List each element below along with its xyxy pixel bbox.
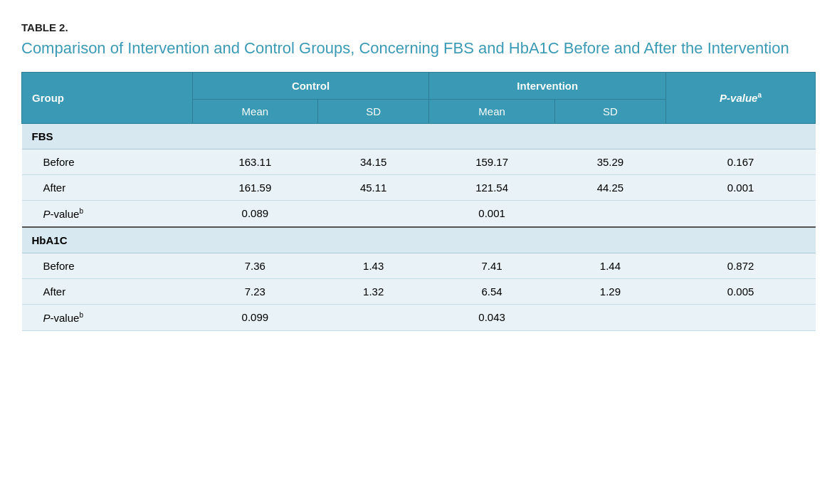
intervention-sd-header: SD [554, 99, 665, 123]
data-table: Group Control Intervention P-valuea Mean… [21, 72, 816, 331]
control-header: Control [192, 72, 429, 99]
table-row: P-valueb0.0890.001 [22, 200, 816, 227]
table-row: Before7.361.437.411.440.872 [22, 253, 816, 278]
section-header-hba1c: HbA1C [22, 228, 816, 253]
section-header-fbs: FBS [22, 123, 816, 149]
table-row: After161.5945.11121.5444.250.001 [22, 174, 816, 200]
intervention-header: Intervention [429, 72, 666, 99]
table-row: Before163.1134.15159.1735.290.167 [22, 149, 816, 174]
table-row: After7.231.326.541.290.005 [22, 278, 816, 304]
header-row-group: Group Control Intervention P-valuea [22, 72, 816, 99]
pvalue-header: P-valuea [666, 72, 816, 123]
intervention-mean-header: Mean [429, 99, 554, 123]
table-label: TABLE 2. [21, 21, 816, 33]
table-row: P-valueb0.0990.043 [22, 304, 816, 330]
control-mean-header: Mean [192, 99, 317, 123]
group-header: Group [22, 72, 193, 123]
control-sd-header: SD [318, 99, 429, 123]
table-title: Comparison of Intervention and Control G… [21, 38, 816, 59]
